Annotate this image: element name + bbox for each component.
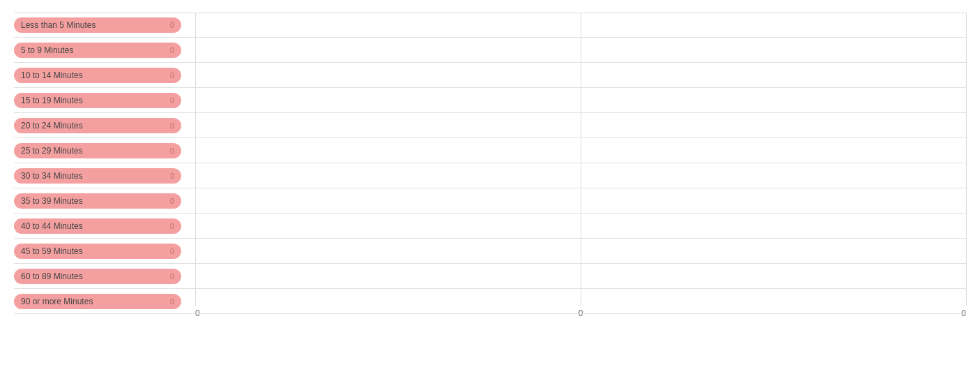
bar-row: 25 to 29 Minutes0 xyxy=(14,138,966,163)
bar-row: 15 to 19 Minutes0 xyxy=(14,88,966,113)
bar-label-text: 90 or more Minutes xyxy=(21,297,93,306)
bar-label-container: 10 to 14 Minutes0 xyxy=(14,68,195,83)
bar-value-text: 0 xyxy=(170,172,174,180)
bar-track xyxy=(195,13,966,37)
bar-label-pill: 60 to 89 Minutes0 xyxy=(14,269,181,284)
bar-value-text: 0 xyxy=(170,147,174,155)
bar-label-container: 45 to 59 Minutes0 xyxy=(14,244,195,259)
bar-track xyxy=(195,138,966,163)
bar-row: 20 to 24 Minutes0 xyxy=(14,113,966,138)
bar-label-pill: 10 to 14 Minutes0 xyxy=(14,68,181,83)
bar-label-text: 15 to 19 Minutes xyxy=(21,96,83,105)
bar-label-pill: 35 to 39 Minutes0 xyxy=(14,193,181,209)
bars-container: Less than 5 Minutes05 to 9 Minutes010 to… xyxy=(14,13,966,314)
bar-value-text: 0 xyxy=(170,222,174,230)
bar-row: 90 or more Minutes0 xyxy=(14,289,966,314)
bar-label-pill: 90 or more Minutes0 xyxy=(14,294,181,309)
bar-label-text: 10 to 14 Minutes xyxy=(21,70,83,80)
bar-value-text: 0 xyxy=(170,121,174,130)
bar-label-container: 60 to 89 Minutes0 xyxy=(14,269,195,284)
bar-label-pill: 15 to 19 Minutes0 xyxy=(14,93,181,108)
bar-row: 30 to 34 Minutes0 xyxy=(14,163,966,188)
bar-value-text: 0 xyxy=(170,71,174,80)
bar-label-text: 30 to 34 Minutes xyxy=(21,171,83,181)
bar-label-pill: 25 to 29 Minutes0 xyxy=(14,143,181,158)
bar-label-text: 20 to 24 Minutes xyxy=(21,121,83,131)
bar-label-container: Less than 5 Minutes0 xyxy=(14,17,195,33)
grid-line-2 xyxy=(966,13,967,306)
bar-track xyxy=(195,214,966,238)
bar-label-pill: 20 to 24 Minutes0 xyxy=(14,118,181,133)
bar-label-text: 25 to 29 Minutes xyxy=(21,146,83,156)
bar-label-pill: 40 to 44 Minutes0 xyxy=(14,218,181,234)
bar-track xyxy=(195,63,966,87)
bar-label-pill: 45 to 59 Minutes0 xyxy=(14,244,181,259)
bar-row: 5 to 9 Minutes0 xyxy=(14,38,966,63)
bar-label-text: 60 to 89 Minutes xyxy=(21,271,83,281)
bar-row: 10 to 14 Minutes0 xyxy=(14,63,966,88)
bar-label-container: 35 to 39 Minutes0 xyxy=(14,193,195,209)
bar-label-pill: 30 to 34 Minutes0 xyxy=(14,168,181,184)
bar-value-text: 0 xyxy=(170,272,174,281)
bar-row: 45 to 59 Minutes0 xyxy=(14,239,966,264)
bar-label-text: 35 to 39 Minutes xyxy=(21,196,83,206)
bar-label-text: 45 to 59 Minutes xyxy=(21,246,83,256)
bar-row: 60 to 89 Minutes0 xyxy=(14,264,966,289)
bar-label-pill: 5 to 9 Minutes0 xyxy=(14,43,181,58)
bar-value-text: 0 xyxy=(170,46,174,54)
bar-track xyxy=(195,264,966,288)
bar-label-container: 40 to 44 Minutes0 xyxy=(14,218,195,234)
bar-label-text: 5 to 9 Minutes xyxy=(21,45,73,55)
bar-label-text: 40 to 44 Minutes xyxy=(21,221,83,231)
bar-track xyxy=(195,38,966,62)
bar-label-container: 90 or more Minutes0 xyxy=(14,294,195,309)
bar-label-container: 30 to 34 Minutes0 xyxy=(14,168,195,184)
bar-track xyxy=(195,88,966,112)
bar-value-text: 0 xyxy=(170,197,174,205)
bar-track xyxy=(195,188,966,213)
bar-label-text: Less than 5 Minutes xyxy=(21,20,95,30)
bar-track xyxy=(195,239,966,263)
bar-row: Less than 5 Minutes0 xyxy=(14,13,966,38)
bar-track xyxy=(195,163,966,188)
chart-area: Less than 5 Minutes05 to 9 Minutes010 to… xyxy=(14,13,966,306)
chart-container: Less than 5 Minutes05 to 9 Minutes010 to… xyxy=(0,0,980,365)
bar-track xyxy=(195,289,966,313)
bar-label-container: 20 to 24 Minutes0 xyxy=(14,118,195,133)
bar-label-container: 15 to 19 Minutes0 xyxy=(14,93,195,108)
bar-value-text: 0 xyxy=(170,96,174,105)
bar-label-container: 5 to 9 Minutes0 xyxy=(14,43,195,58)
bar-label-pill: Less than 5 Minutes0 xyxy=(14,17,181,33)
bar-value-text: 0 xyxy=(170,21,174,29)
bar-row: 40 to 44 Minutes0 xyxy=(14,214,966,239)
bar-track xyxy=(195,113,966,137)
bar-value-text: 0 xyxy=(170,297,174,306)
bar-row: 35 to 39 Minutes0 xyxy=(14,188,966,214)
bar-value-text: 0 xyxy=(170,247,174,255)
bar-label-container: 25 to 29 Minutes0 xyxy=(14,143,195,158)
